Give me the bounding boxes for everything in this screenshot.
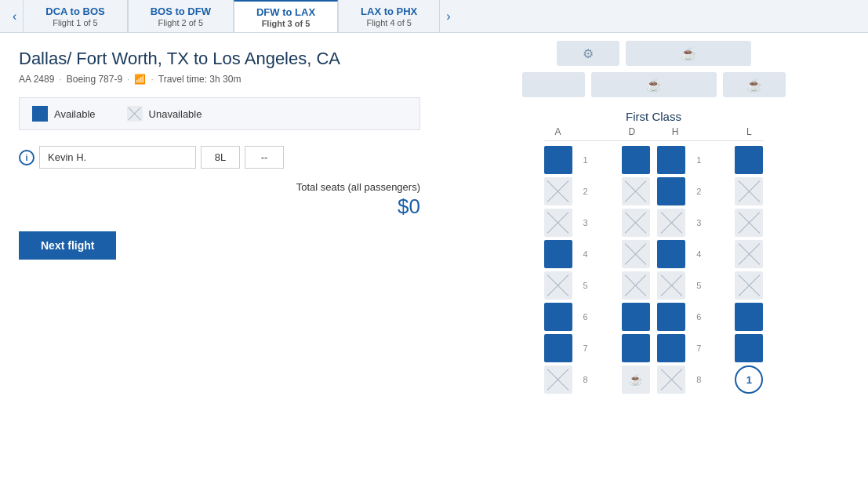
prev-tab-button[interactable]: ‹ (6, 0, 23, 32)
seat-row-3: 3 3 (544, 209, 764, 237)
tab-dfw-lax[interactable]: DFW to LAX Flight 3 of 5 (234, 0, 338, 32)
row-num-5-right: 5 (692, 281, 705, 290)
amenity-box-2: ☕ (626, 41, 751, 66)
flight-info: AA 2489 · Boeing 787-9 · 📶 · Travel time… (19, 74, 420, 85)
amenities-row-1: ⚙ ☕ (557, 41, 751, 66)
seat-5H[interactable] (657, 271, 685, 300)
amenities-row-2: ☕ ☕ (522, 72, 786, 97)
row-num-2-right: 2 (692, 187, 705, 196)
tabs-bar: ‹ DCA to BOS Flight 1 of 5 BOS to DFW Fl… (0, 0, 868, 33)
tab-bos-dfw-sub: Flight 2 of 5 (158, 18, 203, 27)
tab-lax-phx[interactable]: LAX to PHX Flight 4 of 5 (338, 0, 440, 32)
seat-4H[interactable] (657, 240, 685, 268)
next-tab-button[interactable]: › (440, 0, 456, 32)
main-content: Dallas/ Fort Worth, TX to Los Angeles, C… (0, 33, 868, 405)
seat-8H[interactable] (657, 365, 685, 394)
amenity-box-4: ☕ (591, 72, 717, 97)
dash-badge: -- (245, 146, 284, 169)
row-num-6-left: 6 (579, 312, 592, 322)
left-panel: Dallas/ Fort Worth, TX to Los Angeles, C… (0, 33, 439, 405)
seat-3A[interactable] (544, 209, 572, 237)
seat-4L[interactable] (735, 240, 763, 268)
unavailable-color-swatch (127, 106, 143, 122)
available-color-swatch (32, 106, 48, 122)
seat-badge: 8L (201, 146, 240, 169)
column-headers: A D H L (544, 126, 764, 140)
seat-5L[interactable] (735, 271, 763, 300)
row-num-7-right: 7 (692, 344, 705, 353)
seat-7A[interactable] (544, 334, 572, 362)
seat-6L[interactable] (735, 303, 763, 331)
seat-1A[interactable] (544, 146, 572, 174)
legend-available: Available (32, 106, 96, 122)
seat-2A[interactable] (544, 177, 572, 205)
seat-1L[interactable] (735, 146, 763, 174)
legend: Available Unavailable (19, 97, 420, 130)
row-num-7-left: 7 (579, 344, 592, 353)
seat-8A[interactable] (544, 365, 572, 394)
total-price: $0 (19, 194, 420, 219)
seat-8L-selected[interactable]: 1 (735, 365, 763, 394)
legend-unavailable: Unavailable (127, 106, 202, 122)
divider-A (544, 140, 764, 141)
seat-row-7: 7 7 (544, 334, 764, 362)
seat-1H[interactable] (657, 146, 685, 174)
seat-row-8: 8 ☕ 8 1 (544, 365, 764, 394)
seat-7D[interactable] (622, 334, 650, 362)
seat-2H[interactable] (657, 177, 685, 205)
seat-5D[interactable] (622, 271, 650, 300)
seat-6D[interactable] (622, 303, 650, 331)
seat-map-container: ⚙ ☕ ☕ ☕ First Class A D H L (452, 41, 855, 397)
dot3: · (151, 74, 153, 85)
seat-6H[interactable] (657, 303, 685, 331)
seat-5A[interactable] (544, 271, 572, 300)
row-num-4-left: 4 (579, 249, 592, 259)
col-header-L: L (735, 126, 763, 137)
flight-code: AA 2489 (19, 74, 54, 85)
wifi-icon: 📶 (134, 74, 146, 85)
amenity-box-3 (522, 72, 585, 97)
aircraft-type: Boeing 787-9 (67, 74, 122, 85)
seat-7H[interactable] (657, 334, 685, 362)
seat-4D[interactable] (622, 240, 650, 268)
seat-row-5: 5 5 (544, 271, 764, 300)
tab-dca-bos-sub: Flight 1 of 5 (53, 18, 97, 27)
tab-bos-dfw[interactable]: BOS to DFW Flight 2 of 5 (128, 0, 234, 32)
seat-4A[interactable] (544, 240, 572, 268)
next-flight-button[interactable]: Next flight (19, 231, 116, 260)
row-num-5-left: 5 (579, 281, 592, 290)
amenity-box-1: ⚙ (557, 41, 619, 66)
dot1: · (59, 74, 61, 85)
tab-lax-phx-label: LAX to PHX (361, 5, 417, 17)
tab-dfw-lax-label: DFW to LAX (256, 6, 315, 18)
seat-6A[interactable] (544, 303, 572, 331)
route-title: Dallas/ Fort Worth, TX to Los Angeles, C… (19, 49, 420, 69)
passenger-name-input[interactable] (39, 146, 196, 169)
seat-3H[interactable] (657, 209, 685, 237)
seat-row-1: 1 1 (544, 146, 764, 174)
tab-dfw-lax-sub: Flight 3 of 5 (262, 19, 311, 28)
row-num-1-left: 1 (579, 155, 592, 165)
seat-1D[interactable] (622, 146, 650, 174)
col-header-H: H (661, 126, 689, 137)
seat-3L[interactable] (735, 209, 763, 237)
seat-2D[interactable] (622, 177, 650, 205)
seat-8D: ☕ (622, 365, 650, 394)
seat-7L[interactable] (735, 334, 763, 362)
seat-row-4: 4 4 (544, 240, 764, 268)
seat-2L[interactable] (735, 177, 763, 205)
row-num-8-left: 8 (579, 375, 592, 384)
row-num-6-right: 6 (692, 312, 705, 322)
tab-dca-bos[interactable]: DCA to BOS Flight 1 of 5 (23, 0, 127, 32)
col-header-A: A (544, 126, 572, 137)
row-num-3-right: 3 (692, 218, 705, 227)
seat-row-2: 2 2 (544, 177, 764, 205)
cabin-label: First Class (626, 110, 681, 123)
travel-time: Travel time: 3h 30m (158, 74, 242, 85)
dot2: · (127, 74, 129, 85)
seat-3D[interactable] (622, 209, 650, 237)
row-num-4-right: 4 (692, 249, 705, 259)
info-icon[interactable]: i (19, 150, 35, 165)
total-label: Total seats (all passengers) (19, 181, 420, 193)
row-num-2-left: 2 (579, 187, 592, 196)
